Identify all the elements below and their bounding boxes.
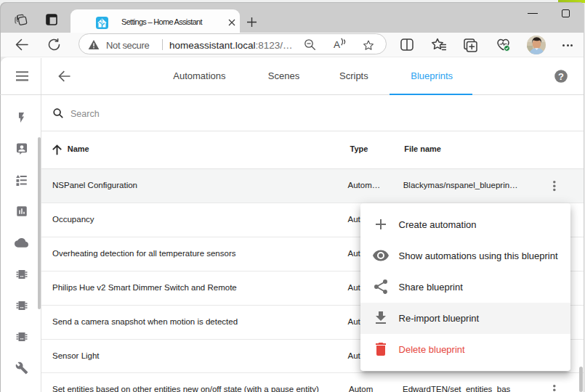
svg-text:?: ? xyxy=(558,70,564,81)
